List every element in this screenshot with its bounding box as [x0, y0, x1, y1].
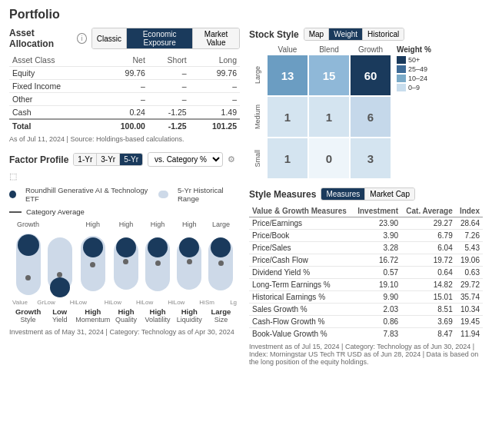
factor-momentum-label: Momentum: [75, 316, 110, 324]
measure-index: 5.43: [456, 242, 483, 254]
avg-legend-label: Category Average: [26, 207, 85, 216]
measure-index: 19.45: [456, 316, 483, 328]
row-net: –: [98, 80, 148, 93]
liquidity-axis: Low Hi: [174, 299, 205, 306]
factor-liquidity-value: High: [181, 307, 198, 316]
measure-cat-avg: 3.69: [401, 316, 456, 328]
volatility-bubble: [148, 237, 168, 257]
cell-large-blend: 15: [309, 55, 349, 95]
measure-investment: 7.83: [353, 328, 401, 340]
measure-name: Price/Sales: [249, 242, 353, 254]
weight-item-1: 25–49: [397, 65, 450, 73]
tab-market-cap[interactable]: Market Cap: [365, 188, 414, 200]
yield-bubble: [50, 277, 70, 297]
fund-legend-label: Roundhill Generative AI & Technology ETF: [25, 186, 149, 203]
settings-icon[interactable]: ⚙: [228, 154, 235, 164]
size-avg-dot: [218, 261, 224, 266]
row-class: Cash: [9, 106, 98, 120]
col-header-growth: Growth: [351, 45, 391, 54]
row-long: 99.76: [190, 67, 240, 80]
row-net: 0.24: [98, 106, 148, 120]
grid-col-headers: Value Blend Growth: [249, 45, 391, 54]
measure-index: 28.64: [456, 217, 483, 230]
factor-quality-value: High: [118, 307, 134, 316]
weight-label-2: 10–24: [408, 75, 427, 82]
measure-cat-avg: 15.01: [401, 291, 456, 304]
size-axis-max: Lg: [230, 299, 237, 306]
measure-investment: 0.57: [353, 267, 401, 279]
weight-swatch-2: [397, 75, 406, 82]
measures-row: Dividend Yield % 0.57 0.64 0.63: [249, 267, 483, 279]
period-5yr[interactable]: 5-Yr: [120, 154, 142, 165]
expand-icon[interactable]: ⬚: [9, 171, 17, 181]
weight-swatch-1: [397, 65, 406, 73]
asset-allocation-info-icon[interactable]: i: [77, 33, 87, 44]
period-3yr[interactable]: 3-Yr: [97, 154, 120, 165]
measure-index: 0.63: [456, 267, 483, 279]
factor-col-quality: High Low Hi High Quality: [110, 221, 141, 324]
page-title: Portfolio: [9, 8, 483, 22]
compare-select[interactable]: vs. Category %: [148, 152, 223, 167]
stock-style-tab-group: Map Weight Historical: [304, 28, 405, 41]
factor-quality-label: Quality: [115, 316, 137, 324]
tab-historical[interactable]: Historical: [363, 28, 404, 40]
cell-small-growth: 3: [351, 138, 391, 178]
factor-volatility-value: High: [150, 307, 166, 316]
table-row: Fixed Income – – –: [9, 80, 240, 93]
yield-axis: Low Hi: [44, 299, 75, 306]
tab-map[interactable]: Map: [304, 28, 329, 40]
row-label-large-text: Large: [254, 66, 261, 84]
measure-index: 35.74: [456, 291, 483, 304]
table-row: Other – – –: [9, 93, 240, 106]
total-long: 101.25: [190, 119, 240, 132]
measures-row: Price/Earnings 23.90 29.27 28.64: [249, 217, 483, 230]
measure-name: Long-Term Earnings %: [249, 279, 353, 291]
weight-swatch-3: [397, 84, 406, 91]
measures-col-index: Index: [456, 205, 483, 217]
yield-axis-min: Low: [44, 299, 55, 306]
row-label-medium: Medium: [249, 97, 266, 137]
factor-quality-top: High: [119, 221, 134, 228]
cell-medium-blend: 1: [309, 97, 349, 137]
weight-item-2: 10–24: [397, 75, 450, 82]
factor-momentum-value: High: [85, 307, 101, 316]
row-label-large: Large: [249, 55, 266, 95]
style-axis-min: Value: [12, 299, 28, 306]
stock-style-title: Stock Style: [249, 29, 299, 40]
row-class: Other: [9, 93, 98, 106]
liquidity-axis-min: Low: [174, 299, 185, 306]
table-row: Cash 0.24 -1.25 1.49: [9, 106, 240, 120]
avg-line-icon: [9, 211, 22, 213]
cell-large-value: 13: [268, 55, 308, 95]
row-labels: Large Medium Small: [249, 55, 266, 178]
row-short: -1.25: [148, 106, 190, 120]
size-axis: Sm Lg: [205, 299, 237, 306]
factor-yield-value: Low: [52, 307, 67, 316]
size-axis-min: Sm: [205, 299, 214, 306]
cell-small-value: 1: [268, 138, 308, 178]
cell-medium-growth: 6: [351, 97, 391, 137]
total-short: -1.25: [148, 119, 190, 132]
style-bubble: [18, 234, 39, 256]
col-header-long: Long: [190, 54, 240, 67]
measure-index: 29.72: [456, 279, 483, 291]
measures-table: Value & Growth Measures Investment Cat. …: [249, 205, 483, 340]
measure-index: 11.94: [456, 328, 483, 340]
factor-profile-title: Factor Profile: [9, 154, 68, 165]
asset-allocation-section: Asset Allocation i Classic Economic Expo…: [9, 28, 240, 143]
measure-index: 19.06: [456, 254, 483, 267]
row-short: –: [148, 67, 190, 80]
factor-liquidity-top: High: [182, 221, 197, 228]
tab-measures[interactable]: Measures: [321, 188, 365, 200]
factor-col-yield: Low Hi Low Yield: [44, 228, 75, 324]
measures-row: Price/Book 3.90 6.79 7.26: [249, 230, 483, 242]
row-label-medium-text: Medium: [254, 105, 261, 129]
style-measures-section: Style Measures Measures Market Cap Value…: [249, 187, 483, 366]
measure-name: Dividend Yield %: [249, 267, 353, 279]
tab-economic-exposure[interactable]: Economic Exposure: [127, 28, 193, 48]
tab-weight[interactable]: Weight: [329, 28, 363, 40]
period-1yr[interactable]: 1-Yr: [74, 154, 97, 165]
volatility-axis-min: Low: [142, 299, 154, 306]
tab-classic[interactable]: Classic: [92, 28, 127, 48]
tab-market-value[interactable]: Market Value: [193, 28, 239, 48]
